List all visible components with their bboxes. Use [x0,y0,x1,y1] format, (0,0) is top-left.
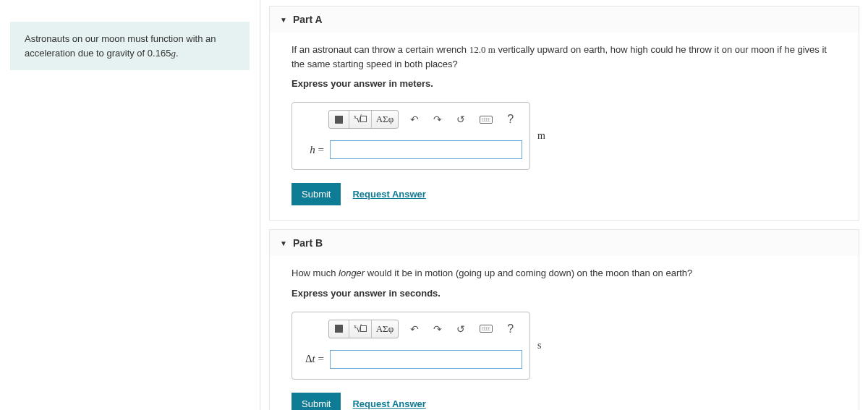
answer-input-b[interactable] [330,350,522,369]
submit-button-a[interactable]: Submit [292,183,341,205]
greek-button[interactable]: ΑΣφ [372,111,398,128]
template-button[interactable] [329,320,349,338]
part-a-title: Part A [293,14,323,25]
reset-icon[interactable]: ↺ [451,320,471,338]
undo-icon[interactable]: ↶ [404,320,425,338]
sqrt-button[interactable]: x√ [349,111,372,128]
reset-icon[interactable]: ↺ [451,111,471,128]
part-a: ▼ Part A If an astronaut can throw a cer… [269,6,859,221]
caret-down-icon: ▼ [280,239,287,247]
redo-icon[interactable]: ↷ [427,111,448,128]
caret-down-icon: ▼ [280,16,287,24]
template-button[interactable] [329,111,349,128]
greek-button[interactable]: ΑΣφ [372,320,398,338]
answer-input-a[interactable] [330,140,522,159]
keyboard-icon[interactable] [474,111,498,128]
problem-statement: Astronauts on our moon must function wit… [10,22,250,70]
part-b-header[interactable]: ▼ Part B [270,230,859,256]
part-a-question: If an astronaut can throw a certain wren… [292,43,837,71]
answer-box-a: x√ ΑΣφ ↶ ↷ ↺ ? h = [292,102,530,170]
help-icon[interactable]: ? [501,320,519,338]
part-a-header[interactable]: ▼ Part A [270,7,859,33]
request-answer-link-b[interactable]: Request Answer [352,398,425,409]
part-b-question: How much longer would it be in motion (g… [292,266,837,281]
undo-icon[interactable]: ↶ [404,111,425,128]
answer-box-b: x√ ΑΣφ ↶ ↷ ↺ ? Δt = [292,312,530,380]
part-b-title: Part B [293,237,323,249]
request-answer-link-a[interactable]: Request Answer [352,189,425,200]
keyboard-icon[interactable] [474,320,498,338]
help-icon[interactable]: ? [501,111,519,128]
sqrt-button[interactable]: x√ [349,320,372,338]
variable-label-b: Δt = [299,353,324,365]
unit-label-b: s [537,340,541,351]
part-b-instruction: Express your answer in seconds. [292,288,837,299]
part-b: ▼ Part B How much longer would it be in … [269,229,859,410]
unit-label-a: m [537,130,545,142]
part-a-instruction: Express your answer in meters. [292,78,837,89]
submit-button-b[interactable]: Submit [292,393,341,411]
variable-label-a: h = [299,144,324,156]
redo-icon[interactable]: ↷ [427,320,448,338]
